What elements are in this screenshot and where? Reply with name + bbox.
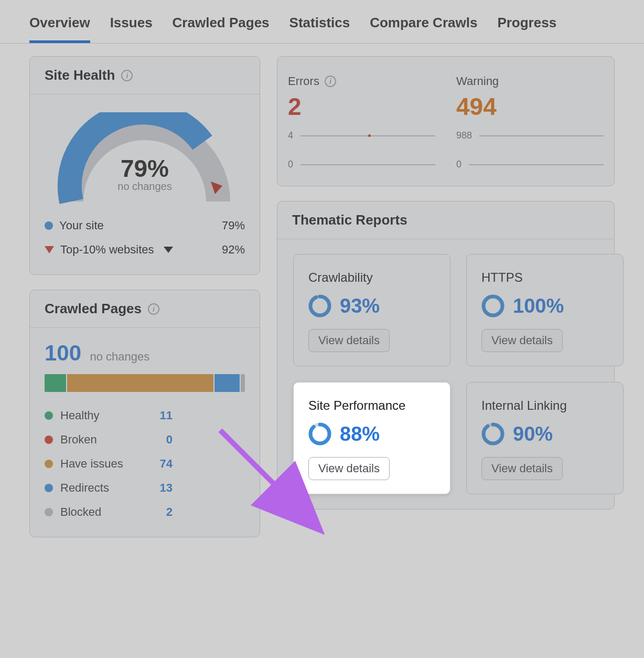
tabs-bar: Overview Issues Crawled Pages Statistics…	[0, 0, 644, 44]
warnings-sparkline: 988 0	[456, 130, 604, 170]
site-health-subtext: no changes	[45, 181, 245, 193]
crawled-row-label: Redirects	[60, 481, 144, 495]
list-item[interactable]: Blocked2	[45, 500, 245, 524]
thematic-reports-title: Thematic Reports	[292, 212, 407, 228]
crawled-row-value: 0	[152, 433, 173, 447]
errors-value: 2	[288, 92, 435, 121]
legend-your-site-value: 79%	[222, 219, 245, 232]
circle-icon	[45, 484, 53, 492]
thematic-card-percent: 88%	[340, 423, 380, 445]
info-icon[interactable]: i	[148, 303, 159, 315]
thematic-reports-card: Thematic Reports Crawlability93%View det…	[277, 201, 615, 510]
view-details-button[interactable]: View details	[308, 457, 390, 480]
crawled-row-label: Blocked	[60, 505, 144, 519]
view-details-button[interactable]: View details	[308, 329, 390, 352]
tab-crawled-pages[interactable]: Crawled Pages	[173, 15, 270, 43]
thematic-card-title: HTTPS	[481, 270, 608, 285]
chevron-down-icon[interactable]	[164, 247, 173, 253]
errors-axis-bot: 0	[288, 159, 293, 170]
circle-icon	[45, 460, 53, 468]
warnings-axis-bot: 0	[456, 159, 461, 170]
progress-ring-icon	[481, 294, 505, 317]
legend-top10-label: Top-10% websites	[60, 243, 154, 257]
crawled-pages-title: Crawled Pages	[45, 301, 142, 317]
svg-point-5	[310, 424, 329, 443]
crawled-row-value: 11	[152, 409, 173, 422]
thematic-card-internal-linking: Internal Linking90%View details	[466, 382, 624, 494]
errors-block: Errors i 2 4 0	[288, 75, 435, 170]
circle-icon	[45, 221, 53, 230]
legend-your-site-label: Your site	[59, 219, 104, 232]
tab-compare-crawls[interactable]: Compare Crawls	[370, 15, 477, 43]
view-details-button[interactable]: View details	[481, 457, 563, 480]
thematic-card-title: Crawlability	[308, 270, 435, 285]
tab-overview[interactable]: Overview	[29, 15, 90, 43]
thematic-card-https: HTTPS100%View details	[466, 254, 624, 366]
thematic-card-percent: 90%	[513, 423, 553, 445]
site-health-card: Site Health i	[29, 56, 260, 275]
legend-top10[interactable]: Top-10% websites 92%	[45, 238, 245, 262]
view-details-button[interactable]: View details	[481, 329, 563, 352]
site-health-percent: 79%	[45, 154, 245, 183]
thematic-card-crawlability: Crawlability93%View details	[293, 254, 450, 366]
list-item[interactable]: Broken0	[45, 428, 245, 452]
thematic-card-title: Site Performance	[308, 398, 435, 413]
list-item[interactable]: Have issues74	[45, 452, 245, 476]
errors-warnings-card: Errors i 2 4 0 Warning 494	[277, 56, 615, 186]
warnings-axis-top: 988	[456, 130, 472, 141]
progress-ring-icon	[308, 422, 331, 445]
crawled-row-value: 13	[152, 481, 173, 495]
progress-ring-icon	[481, 422, 505, 445]
thematic-card-percent: 93%	[340, 295, 380, 317]
tab-issues[interactable]: Issues	[110, 15, 153, 43]
warnings-block: Warning 494 988 0	[456, 75, 604, 170]
list-item[interactable]: Redirects13	[45, 476, 245, 500]
crawled-pages-subtext: no changes	[90, 350, 150, 363]
crawled-row-label: Have issues	[60, 457, 144, 471]
crawled-row-value: 74	[152, 457, 173, 471]
circle-icon	[45, 411, 53, 420]
site-health-title: Site Health	[45, 67, 115, 83]
tab-progress[interactable]: Progress	[497, 15, 556, 43]
errors-axis-top: 4	[288, 130, 293, 141]
circle-icon	[45, 508, 53, 516]
svg-point-3	[484, 296, 502, 315]
crawled-pages-bar	[45, 374, 245, 392]
crawled-row-label: Broken	[60, 433, 144, 447]
crawled-row-label: Healthy	[60, 409, 144, 422]
svg-point-1	[310, 296, 329, 315]
thematic-card-percent: 100%	[513, 295, 564, 317]
info-icon[interactable]: i	[121, 70, 133, 81]
triangle-down-icon	[45, 246, 54, 253]
circle-icon	[45, 436, 53, 444]
progress-ring-icon	[308, 294, 331, 317]
crawled-row-value: 2	[152, 505, 173, 519]
info-icon[interactable]: i	[325, 76, 336, 87]
list-item[interactable]: Healthy11	[45, 404, 245, 428]
thematic-card-site-performance: Site Performance88%View details	[293, 382, 450, 494]
crawled-pages-total: 100	[45, 341, 81, 366]
crawled-pages-card: Crawled Pages i 100 no changes Healthy11…	[29, 290, 260, 537]
crawled-pages-list: Healthy11Broken0Have issues74Redirects13…	[45, 404, 245, 524]
legend-top10-value: 92%	[222, 243, 245, 257]
thematic-card-title: Internal Linking	[481, 398, 608, 413]
errors-sparkline: 4 0	[288, 130, 435, 170]
errors-title: Errors	[288, 75, 319, 88]
svg-point-7	[484, 424, 502, 443]
tab-statistics[interactable]: Statistics	[289, 15, 350, 43]
warnings-value: 494	[456, 92, 604, 121]
legend-your-site: Your site 79%	[45, 214, 245, 238]
warnings-title: Warning	[456, 75, 499, 88]
